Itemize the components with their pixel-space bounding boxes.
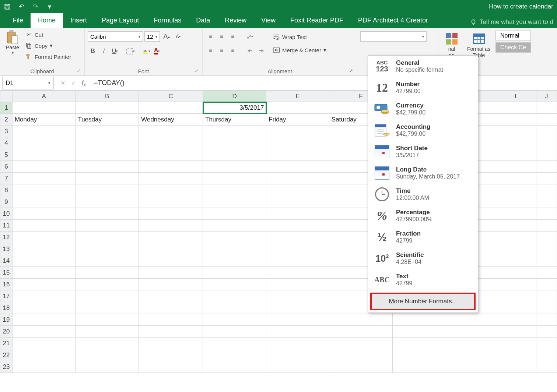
cell-B8[interactable]: [76, 184, 139, 196]
cell-B9[interactable]: [76, 196, 139, 208]
column-header-D[interactable]: D: [203, 91, 266, 102]
cell-J5[interactable]: [536, 149, 557, 161]
cell-C21[interactable]: [139, 338, 203, 349]
cell-D14[interactable]: [203, 255, 266, 267]
cell-B19[interactable]: [76, 314, 139, 326]
cell-C4[interactable]: [139, 137, 203, 149]
row-header-2[interactable]: 2: [0, 114, 13, 126]
cell-B6[interactable]: [76, 161, 139, 173]
cell-E18[interactable]: [266, 302, 329, 314]
cell-I16[interactable]: [495, 279, 536, 290]
cell-I3[interactable]: [495, 126, 536, 137]
cell-G22[interactable]: [392, 349, 454, 361]
cell-J8[interactable]: [536, 184, 557, 196]
cell-D8[interactable]: [203, 184, 266, 196]
cell-D20[interactable]: [203, 326, 266, 338]
cell-D1[interactable]: 3/5/2017: [203, 102, 266, 114]
row-header-12[interactable]: 12: [0, 232, 13, 243]
row-header-6[interactable]: 6: [0, 161, 13, 173]
cell-I15[interactable]: [495, 267, 536, 279]
cell-J12[interactable]: [536, 232, 557, 243]
number-format-combo[interactable]: ▾: [360, 31, 427, 42]
row-header-17[interactable]: 17: [0, 290, 13, 302]
conditional-formatting-button[interactable]: nal ng: [441, 31, 462, 59]
number-format-option-percentage[interactable]: %Percentage4279900.00%: [368, 205, 478, 226]
orientation-button[interactable]: ⤢▾: [245, 31, 255, 42]
number-format-option-time[interactable]: Time12:00:00 AM: [368, 184, 478, 205]
cell-D4[interactable]: [203, 137, 266, 149]
tab-formulas[interactable]: Formulas: [146, 13, 189, 28]
cell-C7[interactable]: [139, 173, 203, 184]
copy-button[interactable]: Copy ▾: [24, 41, 73, 50]
dialog-launcher-icon[interactable]: ⤢: [193, 68, 199, 74]
cell-G21[interactable]: [392, 338, 454, 349]
cell-E4[interactable]: [266, 137, 329, 149]
cell-C2[interactable]: Wednesday: [139, 114, 203, 126]
row-header-19[interactable]: 19: [0, 314, 13, 326]
cell-B15[interactable]: [76, 267, 139, 279]
cell-A16[interactable]: [12, 279, 76, 290]
cell-E14[interactable]: [266, 255, 329, 267]
cell-B20[interactable]: [76, 326, 139, 338]
row-header-3[interactable]: 3: [0, 126, 13, 137]
cell-style-normal[interactable]: Normal: [495, 31, 531, 41]
cell-G23[interactable]: [392, 361, 454, 373]
tab-review[interactable]: Review: [217, 13, 254, 28]
cell-B23[interactable]: [76, 361, 139, 373]
font-name-combo[interactable]: Calibri ▾: [88, 31, 143, 42]
cell-A5[interactable]: [12, 149, 76, 161]
cell-A12[interactable]: [12, 232, 76, 243]
cell-B4[interactable]: [76, 137, 139, 149]
number-format-option-fraction[interactable]: ½Fraction42799: [368, 226, 478, 248]
cell-J4[interactable]: [536, 137, 557, 149]
cell-F19[interactable]: [329, 314, 392, 326]
cell-F22[interactable]: [329, 349, 392, 361]
cell-E10[interactable]: [266, 208, 329, 220]
fill-color-button[interactable]: ▾: [141, 46, 151, 56]
cell-E13[interactable]: [266, 243, 329, 255]
cell-A2[interactable]: Monday: [12, 114, 76, 126]
cell-C14[interactable]: [139, 255, 203, 267]
number-format-option-number[interactable]: 12Number42799.00: [368, 77, 478, 98]
cell-B10[interactable]: [76, 208, 139, 220]
cell-F23[interactable]: [329, 361, 392, 373]
more-number-formats-button[interactable]: More Number Formats...: [370, 293, 476, 310]
align-top-button[interactable]: ≡: [206, 31, 216, 42]
cell-A10[interactable]: [12, 208, 76, 220]
cell-I2[interactable]: [495, 114, 536, 126]
cell-C13[interactable]: [139, 243, 203, 255]
cell-C23[interactable]: [139, 361, 203, 373]
number-format-option-general[interactable]: ABC123GeneralNo specific format: [368, 56, 478, 77]
cell-I14[interactable]: [495, 255, 536, 267]
cell-C9[interactable]: [139, 196, 203, 208]
cell-E5[interactable]: [266, 149, 329, 161]
cell-E23[interactable]: [266, 361, 329, 373]
cell-B2[interactable]: Tuesday: [76, 114, 139, 126]
cell-I10[interactable]: [495, 208, 536, 220]
column-header-E[interactable]: E: [266, 91, 329, 102]
cell-C19[interactable]: [139, 314, 203, 326]
cell-I17[interactable]: [495, 290, 536, 302]
formula-input[interactable]: =TODAY(): [90, 79, 557, 87]
cell-I9[interactable]: [495, 196, 536, 208]
increase-font-size-button[interactable]: A▴: [161, 31, 172, 42]
cell-C22[interactable]: [139, 349, 203, 361]
cell-E22[interactable]: [266, 349, 329, 361]
cell-J16[interactable]: [536, 279, 557, 290]
cell-A20[interactable]: [12, 326, 76, 338]
cell-E19[interactable]: [266, 314, 329, 326]
column-header-A[interactable]: A: [12, 91, 76, 102]
cell-D22[interactable]: [203, 349, 266, 361]
cell-E15[interactable]: [266, 267, 329, 279]
align-middle-button[interactable]: ≡: [217, 31, 227, 42]
cell-D7[interactable]: [203, 173, 266, 184]
cell-I13[interactable]: [495, 243, 536, 255]
cell-C18[interactable]: [139, 302, 203, 314]
cell-B7[interactable]: [76, 173, 139, 184]
cell-D13[interactable]: [203, 243, 266, 255]
number-format-option-scientific[interactable]: 102Scientific4.28E+04: [368, 248, 478, 269]
column-header-C[interactable]: C: [139, 91, 203, 102]
cell-I22[interactable]: [495, 349, 536, 361]
number-format-option-long-date[interactable]: Long DateSunday, March 05, 2017: [368, 162, 478, 184]
row-header-23[interactable]: 23: [0, 361, 13, 373]
